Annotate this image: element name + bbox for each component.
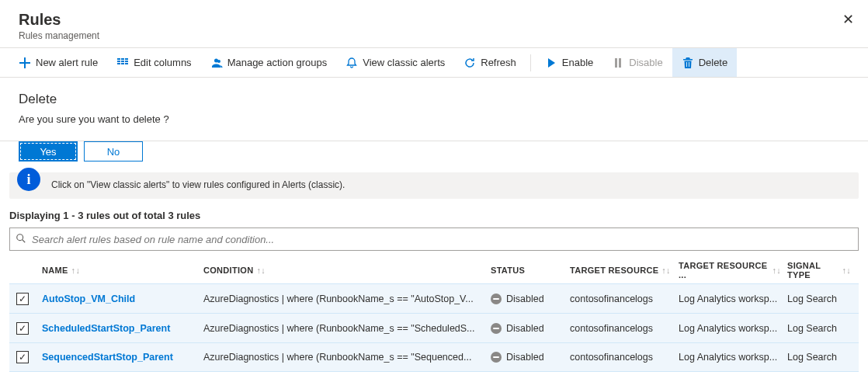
view-classic-alerts-button[interactable]: View classic alerts [336, 48, 454, 77]
column-condition[interactable]: CONDITION↑↓ [203, 266, 491, 275]
toolbar-label: Manage action groups [227, 57, 328, 68]
disabled-status-icon [491, 323, 502, 334]
toolbar-label: New alert rule [36, 57, 98, 68]
table-header: NAME↑↓ CONDITION↑↓ STATUS TARGET RESOURC… [9, 257, 859, 283]
row-name[interactable]: ScheduledStartStop_Parent [42, 323, 203, 334]
row-target-resource: contosofinancelogs [570, 293, 679, 304]
row-target-resource-type: Log Analytics worksp... [679, 323, 787, 334]
trash-icon [682, 57, 694, 69]
delete-button[interactable]: Delete [672, 48, 738, 77]
page-header: Rules Rules management ✕ [0, 0, 868, 48]
row-signal-type: Log Search [787, 323, 857, 334]
table-row[interactable]: AutoStop_VM_ChildAzureDiagnostics | wher… [9, 283, 859, 313]
toolbar-label: Delete [699, 57, 728, 68]
toolbar-separator [530, 54, 531, 71]
disable-button: Disable [602, 48, 672, 77]
row-condition: AzureDiagnostics | where (RunbookName_s … [203, 323, 491, 334]
row-target-resource: contosofinancelogs [570, 352, 679, 363]
row-target-resource-type: Log Analytics worksp... [679, 352, 787, 363]
toolbar-label: Enable [562, 57, 593, 68]
yes-button[interactable]: Yes [19, 141, 78, 162]
toolbar-label: View classic alerts [363, 57, 445, 68]
sort-icon: ↑↓ [256, 266, 266, 275]
column-label: TARGET RESOURCE [570, 266, 658, 275]
refresh-button[interactable]: Refresh [454, 48, 526, 77]
status-text: Disabled [506, 352, 544, 363]
dialog-actions: Yes No [0, 141, 868, 172]
row-name[interactable]: AutoStop_VM_Child [42, 293, 203, 304]
row-checkbox-cell [9, 351, 42, 363]
search-input[interactable] [9, 227, 859, 251]
columns-icon [116, 57, 129, 69]
row-checkbox[interactable] [16, 351, 29, 363]
row-condition: AzureDiagnostics | where (RunbookName_s … [203, 352, 491, 363]
row-checkbox-cell [9, 322, 42, 335]
sort-icon: ↑↓ [842, 266, 851, 275]
status-text: Disabled [506, 293, 544, 304]
toolbar-label: Refresh [481, 57, 516, 68]
table-body: AutoStop_VM_ChildAzureDiagnostics | wher… [9, 283, 859, 372]
enable-button[interactable]: Enable [536, 48, 602, 77]
plus-icon [19, 57, 31, 69]
row-target-resource: contosofinancelogs [570, 323, 679, 334]
disabled-status-icon [491, 293, 502, 304]
row-checkbox[interactable] [16, 293, 29, 305]
row-checkbox[interactable] [16, 322, 29, 335]
column-label: NAME [42, 266, 68, 275]
info-banner: i Click on "View classic alerts" to view… [9, 172, 859, 199]
people-icon [210, 57, 223, 69]
column-target-resource-type[interactable]: TARGET RESOURCE ...↑↓ [679, 261, 787, 280]
toolbar-label: Edit columns [134, 57, 191, 68]
dialog-title: Delete [19, 92, 849, 107]
confirm-dialog: Delete Are you sure you want to delete ? [0, 78, 868, 141]
column-label: SIGNAL TYPE [787, 261, 838, 280]
edit-columns-button[interactable]: Edit columns [107, 48, 200, 77]
page-subtitle: Rules management [19, 30, 849, 41]
table-row[interactable]: ScheduledStartStop_ParentAzureDiagnostic… [9, 313, 859, 342]
row-status: Disabled [491, 352, 570, 363]
svg-line-1 [23, 240, 26, 243]
row-condition: AzureDiagnostics | where (RunbookName_s … [203, 293, 491, 304]
sort-icon: ↑↓ [71, 266, 81, 275]
pause-icon [612, 57, 624, 69]
row-name[interactable]: SequencedStartStop_Parent [42, 352, 203, 363]
dialog-message: Are you sure you want to delete ? [19, 113, 849, 125]
column-label: TARGET RESOURCE ... [679, 261, 769, 280]
info-text: Click on "View classic alerts" to view r… [51, 179, 345, 190]
sort-icon: ↑↓ [661, 266, 671, 275]
no-button[interactable]: No [84, 141, 143, 162]
bell-icon [345, 57, 358, 69]
column-label: CONDITION [203, 266, 253, 275]
column-target-resource[interactable]: TARGET RESOURCE↑↓ [570, 266, 679, 275]
column-signal-type[interactable]: SIGNAL TYPE↑↓ [787, 261, 857, 280]
status-text: Disabled [506, 323, 544, 334]
row-signal-type: Log Search [787, 293, 857, 304]
manage-action-groups-button[interactable]: Manage action groups [201, 48, 337, 77]
svg-point-0 [17, 234, 23, 241]
row-target-resource-type: Log Analytics worksp... [679, 293, 787, 304]
row-status: Disabled [491, 323, 570, 334]
refresh-icon [464, 57, 476, 69]
new-alert-rule-button[interactable]: New alert rule [9, 48, 107, 77]
search-wrap [9, 227, 859, 251]
close-icon: ✕ [842, 12, 854, 27]
sort-icon: ↑↓ [772, 266, 781, 275]
page-title: Rules [19, 11, 849, 29]
row-status: Disabled [491, 293, 570, 304]
search-icon [16, 233, 26, 246]
disabled-status-icon [491, 352, 502, 363]
toolbar-label: Disable [629, 57, 662, 68]
info-icon: i [17, 168, 40, 191]
close-button[interactable]: ✕ [842, 11, 854, 28]
column-label: STATUS [491, 266, 525, 275]
rules-table: NAME↑↓ CONDITION↑↓ STATUS TARGET RESOURC… [9, 257, 859, 372]
table-row[interactable]: SequencedStartStop_ParentAzureDiagnostic… [9, 342, 859, 372]
row-signal-type: Log Search [787, 352, 857, 363]
play-icon [545, 57, 557, 69]
column-status[interactable]: STATUS [491, 266, 570, 275]
row-checkbox-cell [9, 293, 42, 305]
toolbar: New alert rule Edit columns Manage actio… [0, 48, 868, 78]
results-count: Displaying 1 - 3 rules out of total 3 ru… [0, 210, 868, 227]
column-name[interactable]: NAME↑↓ [42, 266, 203, 275]
